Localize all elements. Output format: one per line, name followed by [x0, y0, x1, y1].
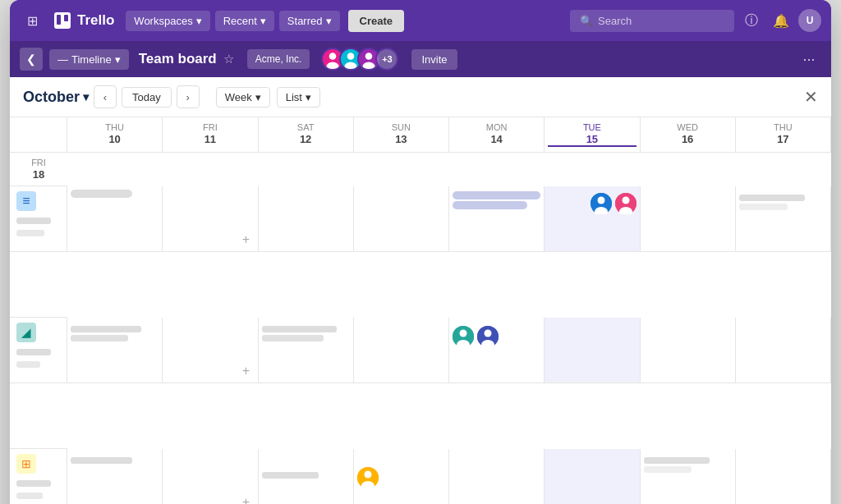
- bell-icon: 🔔: [773, 13, 789, 29]
- cell-r1-thu17[interactable]: [736, 186, 831, 252]
- view-controls: Week ▾ List ▾: [216, 87, 320, 108]
- span-bar-2: [453, 201, 527, 209]
- cell-r2-mon14[interactable]: [449, 318, 545, 383]
- calendar-row-3: ⊞ +: [10, 449, 831, 504]
- cell-r2-fri11[interactable]: +: [163, 318, 258, 383]
- day-col-thu10: THU 10: [67, 117, 163, 153]
- cell-r2-sat12[interactable]: [259, 318, 354, 383]
- add-task-button-r2[interactable]: +: [238, 363, 255, 379]
- cell-r1-fri11[interactable]: +: [163, 186, 258, 252]
- day-col-wed16: WED 16: [641, 117, 736, 153]
- workspaces-menu[interactable]: Workspaces ▾: [126, 11, 209, 31]
- cell-r1-sun13[interactable]: [354, 186, 449, 252]
- bar: [644, 457, 710, 464]
- svg-point-22: [485, 330, 492, 337]
- row-label-1: ≡: [10, 186, 67, 252]
- list-view-button[interactable]: List ▾: [277, 87, 320, 108]
- more-options-button[interactable]: ···: [797, 47, 821, 71]
- timeline-icon: —: [57, 53, 68, 66]
- cell-r1-thu10[interactable]: [67, 186, 163, 252]
- calendar-row-2: ◢ +: [10, 318, 831, 449]
- chevron-down-icon: ▾: [326, 15, 332, 27]
- user-avatar[interactable]: U: [798, 9, 821, 32]
- avatar-d: [477, 326, 499, 347]
- month-navigation: October ▾ ‹ Today ›: [23, 85, 200, 108]
- month-label[interactable]: October ▾: [23, 89, 89, 106]
- day-col-sat12: SAT 12: [259, 117, 354, 153]
- svg-point-16: [622, 197, 629, 204]
- cell-r3-fri11[interactable]: +: [163, 449, 258, 504]
- calendar-grid-header: THU 10 FRI 11 SAT 12 SUN 13 MON 14 TUE 1…: [10, 117, 831, 186]
- row-label-2: ◢: [10, 318, 67, 383]
- cell-r3-thu17[interactable]: [736, 449, 831, 504]
- svg-rect-1: [57, 15, 61, 25]
- chevron-down-icon: ▾: [196, 15, 202, 27]
- day-col-fri11: FRI 11: [163, 117, 258, 153]
- workspace-tag[interactable]: Acme, Inc.: [247, 49, 310, 69]
- row-icon-2: ◢: [16, 323, 36, 342]
- star-button[interactable]: ☆: [223, 52, 234, 66]
- avatar-pair-3: [357, 467, 445, 488]
- bar: [262, 326, 337, 332]
- cell-r3-thu10[interactable]: [67, 449, 163, 504]
- row-label-bar-1: [16, 218, 51, 224]
- cell-r3-sun13[interactable]: [354, 449, 449, 504]
- cell-r1-wed16[interactable]: [641, 186, 736, 252]
- add-task-button-r3[interactable]: +: [238, 494, 255, 504]
- cell-r3-wed16[interactable]: [641, 449, 736, 504]
- close-calendar-button[interactable]: ✕: [804, 89, 818, 105]
- cell-r2-wed16[interactable]: [641, 318, 736, 383]
- avatar-count[interactable]: +3: [375, 48, 398, 71]
- cell-r2-thu10[interactable]: [67, 318, 163, 383]
- cell-r3-mon14[interactable]: [449, 449, 545, 504]
- grid-icon[interactable]: ⊞: [20, 8, 44, 33]
- row-label-bar: [16, 480, 51, 487]
- timeline-view-button[interactable]: — Timeline ▾: [49, 49, 129, 70]
- info-button[interactable]: ⓘ: [739, 8, 764, 33]
- add-task-button[interactable]: +: [238, 231, 255, 248]
- cell-r2-tue15[interactable]: [545, 318, 640, 383]
- trello-logo-text: Trello: [77, 12, 114, 29]
- chevron-down-icon: ▾: [255, 91, 261, 103]
- svg-point-10: [365, 53, 373, 60]
- cell-r2-fri18[interactable]: [10, 383, 67, 449]
- cell-r2-sun13[interactable]: [354, 318, 449, 383]
- chevron-down-icon: ▾: [115, 53, 121, 66]
- info-icon: ⓘ: [745, 12, 758, 30]
- row-label-bar-2: [16, 493, 43, 499]
- cell-r1-mon14[interactable]: [449, 186, 545, 252]
- task-bar: [71, 190, 132, 198]
- search-input[interactable]: [598, 15, 721, 27]
- starred-menu[interactable]: Starred ▾: [279, 11, 340, 31]
- prev-month-button[interactable]: ‹: [94, 85, 117, 108]
- bar-2: [739, 204, 788, 210]
- cell-r1-fri18[interactable]: [10, 252, 67, 318]
- cell-r3-sat12[interactable]: [259, 449, 354, 504]
- create-button[interactable]: Create: [348, 10, 404, 32]
- avatar-pair-2: [453, 326, 540, 347]
- svg-point-19: [460, 330, 467, 337]
- chevron-down-icon: ▾: [260, 15, 266, 27]
- sidebar-toggle-button[interactable]: ❮: [20, 48, 43, 71]
- cell-r3-tue15[interactable]: [545, 449, 640, 504]
- board-header: ❮ — Timeline ▾ Team board ☆ Acme, Inc. +…: [10, 41, 831, 77]
- next-month-button[interactable]: ›: [177, 85, 200, 108]
- search-bar[interactable]: 🔍: [570, 10, 734, 32]
- svg-point-4: [329, 53, 337, 60]
- notifications-button[interactable]: 🔔: [769, 8, 793, 33]
- row-label-3: ⊞: [10, 449, 67, 504]
- bar-2: [262, 335, 324, 341]
- top-nav: ⊞ Trello Workspaces ▾ Recent ▾ Starred ▾…: [10, 0, 831, 41]
- cell-r1-tue15[interactable]: [545, 186, 640, 252]
- recent-menu[interactable]: Recent ▾: [215, 11, 274, 31]
- bar-2: [71, 335, 128, 341]
- avatar-e: [357, 467, 379, 488]
- row-icon-1: ≡: [16, 191, 36, 211]
- invite-button[interactable]: Invite: [411, 49, 457, 70]
- week-view-button[interactable]: Week ▾: [216, 87, 270, 108]
- avatar-a: [591, 193, 612, 214]
- today-button[interactable]: Today: [122, 87, 172, 108]
- row-label-bar: [16, 349, 51, 355]
- cell-r1-sat12[interactable]: [259, 186, 354, 252]
- cell-r2-thu17[interactable]: [736, 318, 831, 383]
